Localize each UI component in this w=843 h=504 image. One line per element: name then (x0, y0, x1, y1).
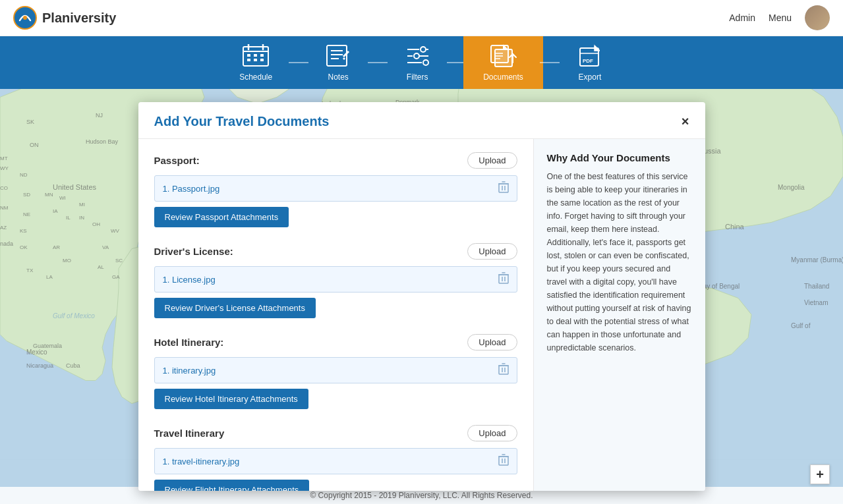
svg-point-92 (421, 47, 426, 52)
modal-title: Add Your Travel Documents (154, 114, 330, 129)
passport-label: Passport: (154, 155, 200, 166)
nav-item-documents[interactable]: Documents (463, 36, 543, 89)
logo-icon (13, 6, 37, 30)
header: Planiversity Admin Menu (0, 0, 843, 36)
hotel-itinerary-file-name: 1. itinerary.jpg (163, 366, 216, 376)
filters-icon (405, 44, 430, 67)
brand-name: Planiversity (42, 11, 116, 26)
notes-label: Notes (328, 72, 348, 82)
modal-overlay: Add Your Travel Documents × Passport: Up… (0, 89, 843, 504)
hotel-itinerary-section: Hotel Itinerary: Upload 1. itinerary.jpg (154, 334, 517, 412)
drivers-license-review-button[interactable]: Review Driver's License Attachments (154, 298, 316, 318)
export-label: Export (579, 72, 602, 82)
hotel-itinerary-delete-button[interactable] (498, 363, 509, 378)
modal-body: Passport: Upload 1. Passport.jpg (138, 139, 705, 491)
avatar-image (805, 5, 830, 30)
passport-file-name: 1. Passport.jpg (163, 184, 220, 194)
svg-point-76 (23, 16, 27, 20)
travel-itinerary-file-name: 1. travel-itinerary.jpg (163, 457, 240, 466)
export-icon: PDF (576, 44, 604, 67)
trash-icon-2 (498, 272, 509, 284)
passport-review-button[interactable]: Review Passport Attachments (154, 207, 289, 227)
nav-item-notes[interactable]: Notes (305, 36, 371, 89)
passport-section: Passport: Upload 1. Passport.jpg (154, 152, 517, 230)
travel-itinerary-section: Travel Itinerary Upload 1. travel-itiner… (154, 425, 517, 491)
documents-label: Documents (483, 72, 523, 82)
hotel-itinerary-header: Hotel Itinerary: Upload (154, 334, 517, 350)
drivers-license-upload-button[interactable]: Upload (467, 243, 517, 260)
drivers-license-section: Driver's License: Upload 1. License.jpg (154, 243, 517, 321)
drivers-license-file-name: 1. License.jpg (163, 275, 216, 285)
svg-rect-83 (260, 54, 264, 57)
travel-itinerary-review-button[interactable]: Review Flight Itinerary Attachments (154, 480, 310, 491)
svg-rect-85 (254, 59, 257, 61)
svg-point-95 (414, 53, 419, 59)
svg-text:PDF: PDF (583, 58, 593, 64)
drivers-license-delete-button[interactable] (498, 272, 509, 287)
notes-icon (326, 44, 351, 67)
hotel-itinerary-file-item: 1. itinerary.jpg (154, 357, 517, 383)
svg-rect-82 (254, 54, 257, 57)
nav-item-filters[interactable]: Filters (384, 36, 450, 89)
map-zoom-button[interactable]: + (810, 464, 830, 484)
why-text: One of the best features of this service… (547, 170, 692, 354)
trash-icon-4 (498, 454, 509, 466)
hotel-itinerary-label: Hotel Itinerary: (154, 337, 224, 348)
svg-rect-123 (499, 457, 508, 465)
filters-label: Filters (407, 72, 428, 82)
svg-rect-81 (247, 54, 250, 57)
svg-rect-84 (247, 59, 250, 61)
nav-item-schedule[interactable]: Schedule (219, 36, 292, 89)
admin-link[interactable]: Admin (729, 13, 755, 23)
trash-icon (498, 181, 509, 193)
hotel-itinerary-review-button[interactable]: Review Hotel Itinerary Attachments (154, 389, 308, 409)
travel-itinerary-file-item: 1. travel-itinerary.jpg (154, 448, 517, 474)
travel-itinerary-header: Travel Itinerary Upload (154, 425, 517, 441)
modal-left: Passport: Upload 1. Passport.jpg (138, 139, 534, 491)
drivers-license-header: Driver's License: Upload (154, 243, 517, 260)
nav-item-export[interactable]: PDF Export (556, 36, 624, 89)
close-button[interactable]: × (682, 114, 689, 129)
travel-itinerary-upload-button[interactable]: Upload (467, 425, 517, 441)
zoom-plus-label: + (816, 467, 824, 482)
svg-rect-86 (260, 59, 264, 61)
svg-rect-118 (499, 366, 508, 374)
hotel-itinerary-upload-button[interactable]: Upload (467, 334, 517, 350)
passport-file-item: 1. Passport.jpg (154, 175, 517, 202)
why-title: Why Add Your Documents (547, 152, 692, 163)
passport-upload-button[interactable]: Upload (467, 152, 517, 169)
nav-bar: Schedule Notes Filters (0, 36, 843, 89)
modal: Add Your Travel Documents × Passport: Up… (138, 102, 705, 491)
documents-icon (490, 44, 517, 67)
drivers-license-file-item: 1. License.jpg (154, 266, 517, 293)
passport-delete-button[interactable] (498, 181, 509, 196)
travel-itinerary-delete-button[interactable] (498, 454, 509, 468)
svg-rect-108 (499, 184, 508, 192)
logo[interactable]: Planiversity (13, 6, 116, 30)
schedule-icon (242, 44, 270, 67)
trash-icon-3 (498, 363, 509, 375)
passport-header: Passport: Upload (154, 152, 517, 169)
user-avatar[interactable] (805, 5, 830, 30)
travel-itinerary-label: Travel Itinerary (154, 428, 225, 439)
modal-header: Add Your Travel Documents × (138, 102, 705, 139)
modal-right: Why Add Your Documents One of the best f… (534, 139, 705, 491)
drivers-license-label: Driver's License: (154, 246, 233, 257)
svg-rect-113 (499, 275, 508, 283)
schedule-label: Schedule (239, 72, 272, 82)
svg-point-98 (423, 60, 428, 65)
header-right: Admin Menu (729, 5, 830, 30)
menu-link[interactable]: Menu (769, 13, 792, 23)
